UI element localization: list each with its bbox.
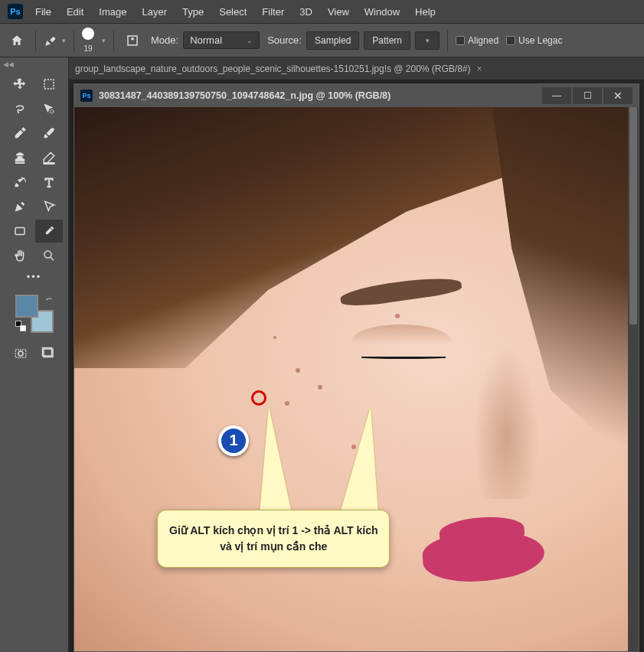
brush-tool[interactable] (35, 122, 63, 145)
healing-brush-tool[interactable] (35, 220, 63, 243)
document-image (74, 107, 628, 651)
foreground-color-swatch[interactable] (15, 295, 38, 318)
menu-help[interactable]: Help (407, 0, 443, 23)
history-brush-tool[interactable] (6, 171, 34, 194)
chevron-down-icon: ▾ (62, 37, 66, 44)
brush-preset-picker[interactable]: 19 (82, 28, 94, 53)
toolbox: ◀◀ ••• ⤺ (0, 57, 69, 652)
menu-type[interactable]: Type (175, 0, 211, 23)
source-pattern-button[interactable]: Pattern (364, 31, 410, 50)
menu-edit[interactable]: Edit (59, 0, 91, 23)
annotation-callout: Giữ ALT kích chọn vị trí 1 -> thả ALT kí… (157, 510, 390, 568)
checkbox-icon (456, 36, 465, 45)
divider (74, 30, 74, 51)
menu-view[interactable]: View (320, 0, 357, 23)
type-tool[interactable] (35, 171, 63, 194)
quick-mask-icon[interactable] (9, 344, 32, 363)
app-logo: Ps (8, 4, 23, 19)
document-window: Ps 30831487_440389139750750_1094748642_n… (74, 83, 639, 652)
collapse-toolbox-icon[interactable]: ◀◀ (3, 60, 12, 70)
scrollbar-thumb[interactable] (629, 107, 637, 324)
annotation-badge-1: 1 (218, 425, 249, 456)
aligned-checkbox[interactable]: Aligned (456, 35, 499, 46)
background-document-tab[interactable]: group_landscape_nature_outdoors_people_s… (69, 57, 644, 80)
toggle-brush-panel-icon[interactable] (122, 30, 143, 51)
minimize-button[interactable]: — (542, 87, 571, 104)
divider (35, 30, 36, 51)
lasso-tool[interactable] (6, 97, 34, 120)
mode-value: Normal (190, 34, 222, 46)
menu-select[interactable]: Select (211, 0, 254, 23)
divider (447, 30, 448, 51)
pattern-picker[interactable]: ▾ (415, 31, 440, 50)
edit-toolbar-icon[interactable]: ••• (21, 269, 48, 284)
checkbox-icon (506, 36, 515, 45)
source-group: Source: Sampled Pattern ▾ (267, 31, 440, 50)
callout-pointer (340, 406, 378, 513)
mode-label: Mode: (151, 34, 178, 46)
pen-tool[interactable] (6, 195, 34, 218)
close-button[interactable]: ✕ (603, 87, 633, 104)
path-select-tool[interactable] (35, 195, 63, 218)
use-legacy-checkbox[interactable]: Use Legac (506, 35, 562, 46)
svg-point-1 (132, 37, 134, 40)
divider (113, 30, 114, 51)
svg-rect-4 (15, 228, 25, 235)
mode-group: Mode: Normal ⌄ (151, 31, 260, 49)
menu-image[interactable]: Image (91, 0, 134, 23)
svg-rect-2 (44, 80, 54, 89)
screen-mode-icon[interactable] (37, 344, 60, 363)
chevron-down-icon: ⌄ (247, 37, 253, 44)
svg-point-3 (50, 110, 54, 114)
menu-layer[interactable]: Layer (135, 0, 175, 23)
maximize-button[interactable]: ☐ (573, 87, 602, 104)
hand-tool[interactable] (6, 244, 34, 267)
svg-point-5 (44, 251, 51, 258)
chevron-down-icon[interactable]: ▾ (102, 37, 106, 44)
menu-3d[interactable]: 3D (292, 0, 320, 23)
annotation-marker-circle (251, 390, 266, 406)
vertical-scrollbar[interactable] (628, 107, 639, 651)
rectangle-tool[interactable] (6, 220, 34, 243)
close-icon[interactable]: × (477, 64, 482, 74)
move-tool[interactable] (6, 73, 34, 96)
quick-select-tool[interactable] (35, 97, 63, 120)
document-titlebar[interactable]: Ps 30831487_440389139750750_1094748642_n… (74, 84, 639, 107)
source-sampled-button[interactable]: Sampled (306, 31, 359, 50)
default-colors-icon[interactable] (15, 321, 26, 331)
zoom-tool[interactable] (35, 244, 63, 267)
canvas[interactable]: 1 Giữ ALT kích chọn vị trí 1 -> thả ALT … (74, 107, 628, 651)
eraser-tool[interactable] (35, 146, 63, 169)
menu-filter[interactable]: Filter (254, 0, 292, 23)
brush-dot-icon (82, 28, 94, 40)
svg-point-7 (18, 351, 23, 356)
mode-select[interactable]: Normal ⌄ (183, 31, 260, 49)
use-legacy-label: Use Legac (518, 35, 562, 46)
callout-pointer (260, 406, 292, 513)
menu-bar: Ps File Edit Image Layer Type Select Fil… (0, 0, 644, 23)
svg-rect-0 (128, 36, 137, 45)
background-tab-title: group_landscape_nature_outdoors_people_s… (75, 64, 471, 74)
menu-window[interactable]: Window (357, 0, 407, 23)
options-bar: ▾ 19 ▾ Mode: Normal ⌄ Source: Sampled Pa… (0, 23, 644, 57)
marquee-tool[interactable] (35, 73, 63, 96)
clone-stamp-tool[interactable] (6, 146, 34, 169)
document-title: 30831487_440389139750750_1094748642_n.jp… (99, 90, 536, 101)
brush-size-value: 19 (83, 44, 92, 53)
color-swatches[interactable]: ⤺ (15, 295, 54, 333)
home-icon[interactable] (6, 30, 28, 51)
eyedropper-tool[interactable] (6, 122, 34, 145)
aligned-label: Aligned (468, 35, 499, 46)
ps-icon: Ps (80, 90, 93, 102)
document-area: group_landscape_nature_outdoors_people_s… (69, 57, 644, 652)
swap-colors-icon[interactable]: ⤺ (46, 295, 52, 303)
source-label: Source: (267, 34, 302, 46)
menu-file[interactable]: File (28, 0, 59, 23)
tool-preset-picker[interactable]: ▾ (44, 34, 66, 47)
